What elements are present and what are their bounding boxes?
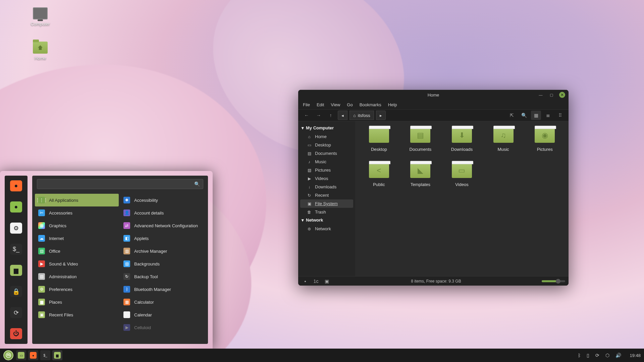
- taskbar-app-firefox[interactable]: ●: [28, 350, 38, 360]
- path-user: itsfoss: [358, 113, 370, 118]
- app-advanced-network-configuration[interactable]: ⇄Advanced Network Configuration: [120, 219, 204, 232]
- menu-bookmarks[interactable]: Bookmarks: [360, 102, 381, 107]
- sidebar-item-network[interactable]: ⊚Network: [300, 225, 353, 233]
- zoom-slider[interactable]: [542, 280, 565, 282]
- favorite-software-manager[interactable]: ●: [10, 201, 22, 213]
- favorite-quit[interactable]: ⏻: [10, 328, 22, 339]
- sidebar-item-home[interactable]: ⌂Home: [300, 132, 353, 141]
- taskbar-app-show-desktop[interactable]: ▭: [16, 350, 26, 360]
- maximize-button[interactable]: ▢: [548, 92, 554, 98]
- sidebar-item-music[interactable]: ♪Music: [300, 158, 353, 166]
- menu-file[interactable]: File: [303, 102, 310, 107]
- list-view-button[interactable]: ≣: [543, 111, 553, 120]
- minimize-button[interactable]: —: [538, 92, 544, 98]
- folder-videos[interactable]: ▭Videos: [444, 163, 480, 187]
- sidebar-item-documents[interactable]: ▤Documents: [300, 149, 353, 158]
- show-treeview-button[interactable]: 1c: [312, 278, 320, 285]
- search-input[interactable]: [37, 179, 203, 189]
- sidebar-header-network[interactable]: ▾Network: [300, 216, 353, 225]
- category-places[interactable]: ▆Places: [35, 296, 119, 308]
- folder-downloads[interactable]: ⬇Downloads: [444, 128, 480, 152]
- sidebar-item-label: Downloads: [315, 184, 336, 189]
- nav-forward-button[interactable]: →: [314, 111, 324, 120]
- category-sound-video[interactable]: ▶Sound & Video: [35, 257, 119, 270]
- category-graphics[interactable]: ▦Graphics: [35, 219, 119, 232]
- folder-pictures[interactable]: ◉Pictures: [527, 128, 562, 152]
- category-all-applications[interactable]: ⋮⋮⋮All Applications: [35, 194, 119, 206]
- path-prev-button[interactable]: ◂: [338, 111, 347, 120]
- favorite-system-settings[interactable]: ⚙: [10, 223, 22, 234]
- sidebar-item-recent[interactable]: ↻Recent: [300, 191, 353, 199]
- app-backup-tool[interactable]: ↻Backup Tool: [120, 270, 204, 283]
- folder-music[interactable]: ♫Music: [486, 128, 521, 152]
- window-titlebar[interactable]: Home — ▢ ✕: [298, 90, 569, 100]
- category-label: Places: [49, 300, 62, 305]
- app-accessibility[interactable]: ✱Accessibility: [120, 194, 204, 206]
- menu-edit[interactable]: Edit: [317, 102, 324, 107]
- favorite-terminal[interactable]: $_: [10, 244, 22, 255]
- clock[interactable]: 19:48: [627, 353, 641, 358]
- sidebar-item-label: Pictures: [315, 168, 331, 173]
- toggle-location-button[interactable]: ⇱: [507, 111, 517, 120]
- category-office[interactable]: ▤Office: [35, 245, 119, 257]
- icon-view-button[interactable]: ▦: [531, 111, 541, 120]
- network-icon[interactable]: ⬡: [605, 353, 609, 358]
- app-icon: ▶: [123, 324, 130, 331]
- menu-help[interactable]: Help: [388, 102, 397, 107]
- category-accessories[interactable]: ✄Accessories: [35, 206, 119, 219]
- compact-view-button[interactable]: ⠿: [555, 111, 565, 120]
- path-segment-home[interactable]: ⌂ itsfoss: [350, 111, 374, 120]
- updates-icon[interactable]: ⟳: [595, 353, 599, 358]
- category-internet[interactable]: ☁Internet: [35, 232, 119, 245]
- app-applets[interactable]: ◧Applets: [120, 232, 204, 245]
- sidebar-item-pictures[interactable]: ▧Pictures: [300, 166, 353, 174]
- show-places-button[interactable]: ▪: [302, 278, 309, 285]
- sidebar-item-icon: ♪: [307, 160, 312, 164]
- taskbar-app-files[interactable]: ▆: [52, 350, 62, 360]
- path-next-button[interactable]: ▸: [376, 111, 386, 120]
- folder-desktop[interactable]: Desktop: [361, 128, 397, 152]
- folder-templates[interactable]: ◣Templates: [403, 163, 438, 187]
- nav-back-button[interactable]: ←: [302, 111, 312, 120]
- sidebar-item-downloads[interactable]: ↓Downloads: [300, 183, 353, 191]
- app-archive-manager[interactable]: ▥Archive Manager: [120, 245, 204, 257]
- sidebar-item-file-system[interactable]: ▣File System: [300, 199, 353, 208]
- app-celluloid[interactable]: ▶Celluloid: [120, 321, 204, 334]
- category-recent-files[interactable]: ▣Recent Files: [35, 308, 119, 321]
- close-sidebar-button[interactable]: ▣: [323, 278, 330, 285]
- favorite-firefox[interactable]: ●: [10, 180, 22, 191]
- category-administration[interactable]: ▧Administration: [35, 270, 119, 283]
- menu-view[interactable]: View: [331, 102, 340, 107]
- menu-go[interactable]: Go: [347, 102, 353, 107]
- sidebar-item-desktop[interactable]: ▭Desktop: [300, 141, 353, 149]
- sidebar-item-trash[interactable]: 🗑Trash: [300, 208, 353, 216]
- sidebar-item-icon: ▭: [307, 143, 312, 147]
- battery-icon[interactable]: ▯: [587, 353, 589, 358]
- sidebar-header-computer[interactable]: ▾My Computer: [300, 124, 353, 132]
- desktop-icon-computer[interactable]: Computer: [23, 7, 57, 26]
- close-button[interactable]: ✕: [559, 92, 565, 98]
- folder-documents[interactable]: ▤Documents: [403, 128, 438, 152]
- taskbar-app-terminal[interactable]: $_: [40, 350, 50, 360]
- bluetooth-icon[interactable]: ᛒ: [578, 353, 581, 358]
- favorite-logout[interactable]: ⟳: [10, 307, 22, 318]
- folder-label: Videos: [444, 182, 480, 187]
- file-grid[interactable]: Desktop▤Documents⬇Downloads♫Music◉Pictur…: [355, 121, 569, 276]
- show-desktop-icon: ▭: [18, 352, 24, 359]
- desktop-icon-home[interactable]: Home: [23, 42, 57, 61]
- start-button[interactable]: [3, 350, 13, 360]
- nav-up-button[interactable]: ↑: [326, 111, 336, 120]
- favorite-files[interactable]: ▆: [10, 265, 22, 276]
- favorite-lock-screen[interactable]: 🔒: [10, 286, 22, 297]
- app-account-details[interactable]: 👤Account details: [120, 206, 204, 219]
- app-calendar[interactable]: ▭Calendar: [120, 308, 204, 321]
- app-backgrounds[interactable]: ▧Backgrounds: [120, 257, 204, 270]
- search-button[interactable]: 🔍: [519, 111, 529, 120]
- app-calculator[interactable]: ▦Calculator: [120, 296, 204, 308]
- app-label: Backgrounds: [134, 261, 160, 266]
- sidebar-item-videos[interactable]: ▶Videos: [300, 174, 353, 183]
- category-preferences[interactable]: ⚙Preferences: [35, 283, 119, 296]
- volume-icon[interactable]: 🔊: [615, 353, 621, 358]
- folder-public[interactable]: <Public: [361, 163, 397, 187]
- app-bluetooth-manager[interactable]: ᛒBluetooth Manager: [120, 283, 204, 296]
